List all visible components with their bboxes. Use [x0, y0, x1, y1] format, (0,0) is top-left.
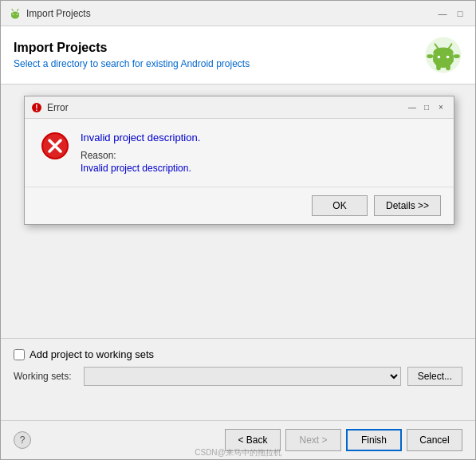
import-maximize-button[interactable]: □ [453, 6, 467, 21]
error-x-icon [41, 132, 69, 160]
svg-rect-16 [446, 64, 450, 70]
working-sets-section: Add project to working sets Working sets… [1, 338, 475, 395]
import-header: Import Projects Select a directory to se… [1, 26, 475, 85]
import-titlebar-controls: — □ [435, 6, 467, 21]
error-main-message: Invalid project description. [81, 132, 438, 144]
error-dialog-title: Error [47, 102, 69, 113]
android-logo [424, 36, 462, 74]
import-subtitle: Select a directory to search for existin… [14, 58, 250, 69]
svg-point-9 [438, 56, 441, 59]
svg-rect-15 [436, 64, 441, 70]
import-titlebar: Import Projects — □ [1, 1, 475, 26]
footer-left: ? [14, 431, 31, 449]
svg-rect-13 [427, 54, 433, 58]
import-window-title: Import Projects [26, 8, 91, 19]
error-reason-text: Invalid project description. [81, 163, 438, 174]
svg-point-2 [13, 14, 14, 15]
add-working-sets-row: Add project to working sets [14, 348, 462, 360]
android-small-icon [9, 7, 22, 20]
select-working-sets-button[interactable]: Select... [407, 367, 462, 386]
help-button[interactable]: ? [14, 431, 31, 449]
working-sets-row: Working sets: Select... [14, 367, 462, 386]
svg-rect-1 [11, 13, 19, 17]
import-title: Import Projects [14, 41, 250, 55]
next-button[interactable]: Next > [285, 429, 341, 451]
ok-button[interactable]: OK [312, 195, 368, 216]
error-dialog: ! Error — □ × Invalid project descriptio… [24, 96, 454, 225]
svg-point-10 [446, 56, 450, 59]
working-sets-dropdown[interactable] [84, 367, 401, 386]
error-small-icon: ! [31, 102, 42, 113]
error-body: Invalid project description. Reason: Inv… [25, 119, 454, 187]
svg-text:!: ! [35, 104, 37, 112]
cancel-button[interactable]: Cancel [407, 429, 462, 451]
error-minimize-button[interactable]: — [406, 101, 419, 114]
error-footer: OK Details >> [25, 187, 454, 224]
details-button[interactable]: Details >> [374, 195, 441, 216]
error-text-area: Invalid project description. Reason: Inv… [81, 132, 438, 174]
add-working-sets-label: Add project to working sets [30, 348, 154, 360]
error-titlebar-controls: — □ × [406, 101, 447, 114]
import-window: Import Projects — □ Import Projects Sele… [0, 0, 476, 460]
svg-rect-8 [433, 53, 454, 62]
svg-line-4 [12, 9, 14, 10]
finish-button[interactable]: Finish [346, 429, 402, 451]
error-reason-label: Reason: [81, 150, 438, 161]
import-minimize-button[interactable]: — [435, 6, 450, 21]
watermark: CSDN@来马中的拖拉机 [195, 447, 281, 458]
svg-point-3 [17, 14, 18, 15]
svg-line-5 [18, 9, 19, 10]
titlebar-left: Import Projects [9, 7, 91, 20]
svg-rect-14 [454, 54, 460, 58]
error-maximize-button[interactable]: □ [420, 101, 433, 114]
working-sets-label: Working sets: [14, 371, 77, 382]
error-close-button[interactable]: × [435, 101, 447, 114]
error-titlebar-left: ! Error [31, 102, 69, 113]
add-working-sets-checkbox[interactable] [14, 349, 25, 360]
import-header-text: Import Projects Select a directory to se… [14, 41, 250, 69]
error-titlebar: ! Error — □ × [25, 96, 454, 119]
